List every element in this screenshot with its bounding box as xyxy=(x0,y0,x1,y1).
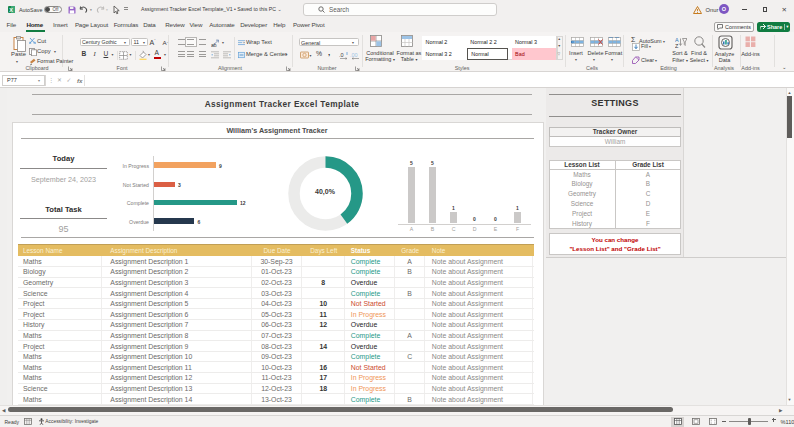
svg-text:.0: .0 xyxy=(339,51,344,57)
svg-text:ab: ab xyxy=(211,41,217,47)
svg-text:Z: Z xyxy=(675,43,679,49)
svg-text:A: A xyxy=(675,36,679,42)
